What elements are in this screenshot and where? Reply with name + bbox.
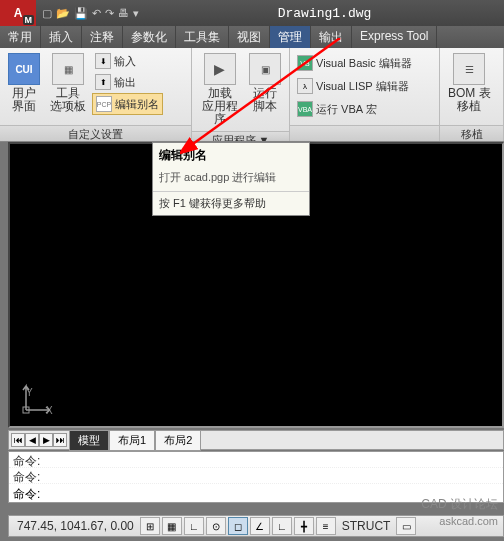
vb-editor-button[interactable]: VB Visual Basic 编辑器 (294, 53, 415, 73)
tooltip-title: 编辑别名 (153, 143, 309, 168)
layout-tab-model[interactable]: 模型 (69, 430, 109, 451)
editalias-label: 编辑别名 (115, 97, 159, 112)
cmd-history-2: 命令: (9, 468, 503, 484)
tools-label-1: 工具 (56, 86, 80, 100)
run-label-1: 运行 (253, 86, 277, 100)
tab-insert[interactable]: 插入 (41, 26, 82, 48)
coordinates[interactable]: 747.45, 1041.67, 0.00 (13, 519, 138, 533)
tool-palettes-button[interactable]: ▦ 工具选项板 (46, 51, 90, 115)
ribbon: CUI 用户界面 ▦ 工具选项板 ⬇ 输入 ⬆ 输出 PCP 编辑别名 (0, 48, 504, 142)
document-title: Drawing1.dwg (145, 6, 504, 21)
panel-applications: ▶ 加载应用程序 ▣ 运行脚本 应用程序 ▼ (192, 48, 290, 141)
grid-button[interactable]: ▦ (162, 517, 182, 535)
watermark-1: CAD 设计论坛 (421, 496, 498, 513)
tools-label-2: 选项板 (50, 99, 86, 113)
struct-label[interactable]: STRUCT (338, 519, 395, 533)
panel-migrate-title: 移植 (440, 125, 503, 141)
bom-label-1: BOM 表 (448, 86, 491, 100)
cmd-history-1: 命令: (9, 452, 503, 468)
open-icon[interactable]: 📂 (56, 7, 70, 20)
bom-label-2: 移植 (457, 99, 481, 113)
cmd-prompt: 命令: (13, 487, 40, 501)
panel-vba: VB Visual Basic 编辑器 λ Visual LISP 编辑器 VB… (290, 48, 440, 141)
palette-icon: ▦ (52, 53, 84, 85)
vlisp-label: Visual LISP 编辑器 (316, 79, 409, 94)
tooltip: 编辑别名 打开 acad.pgp 进行编辑 按 F1 键获得更多帮助 (152, 142, 310, 216)
vb-label: Visual Basic 编辑器 (316, 56, 412, 71)
quick-access-toolbar: ▢ 📂 💾 ↶ ↷ 🖶 ▾ (36, 7, 145, 20)
tooltip-help: 按 F1 键获得更多帮助 (153, 191, 309, 215)
tab-express[interactable]: Express Tool (352, 26, 437, 48)
layout-first-icon[interactable]: ⏮ (11, 433, 25, 447)
panel-migrate: ☰ BOM 表移植 移植 (440, 48, 504, 141)
import-label: 输入 (114, 54, 136, 69)
tab-annotate[interactable]: 注释 (82, 26, 123, 48)
undo-icon[interactable]: ↶ (92, 7, 101, 20)
script-icon: ▣ (249, 53, 281, 85)
lwt-button[interactable]: ≡ (316, 517, 336, 535)
tab-parametric[interactable]: 参数化 (123, 26, 176, 48)
vlisp-icon: λ (297, 78, 313, 94)
qat-dropdown-icon[interactable]: ▾ (133, 7, 139, 20)
load-label-1: 加载 (208, 86, 232, 100)
redo-icon[interactable]: ↷ (105, 7, 114, 20)
new-icon[interactable]: ▢ (42, 7, 52, 20)
ducs-button[interactable]: ∟ (272, 517, 292, 535)
load-label-2: 应用程序 (202, 99, 238, 126)
layout-last-icon[interactable]: ⏭ (53, 433, 67, 447)
import-button[interactable]: ⬇ 输入 (92, 51, 163, 71)
status-bar: 747.45, 1041.67, 0.00 ⊞ ▦ ∟ ⊙ ◻ ∠ ∟ ╋ ≡ … (8, 515, 504, 537)
layout-prev-icon[interactable]: ◀ (25, 433, 39, 447)
import-icon: ⬇ (95, 53, 111, 69)
run-label-2: 脚本 (253, 99, 277, 113)
cui-icon: CUI (8, 53, 40, 85)
tooltip-description: 打开 acad.pgp 进行编辑 (153, 168, 309, 191)
save-icon[interactable]: 💾 (74, 7, 88, 20)
tab-home[interactable]: 常用 (0, 26, 41, 48)
tab-tools[interactable]: 工具集 (176, 26, 229, 48)
load-app-button[interactable]: ▶ 加载应用程序 (196, 51, 243, 128)
app-menu-button[interactable]: A M (0, 0, 36, 26)
vb-icon: VB (297, 55, 313, 71)
layout-tabs: ⏮ ◀ ▶ ⏭ 模型 布局1 布局2 (8, 430, 504, 450)
otrack-button[interactable]: ∠ (250, 517, 270, 535)
layout-next-icon[interactable]: ▶ (39, 433, 53, 447)
bom-migrate-button[interactable]: ☰ BOM 表移植 (444, 51, 495, 115)
panel-customize-title: 自定义设置 (0, 125, 191, 141)
panel-apps-title[interactable]: 应用程序 ▼ (192, 131, 289, 141)
watermark-2: askcad.com (439, 515, 498, 527)
vlisp-editor-button[interactable]: λ Visual LISP 编辑器 (294, 76, 415, 96)
layout-tab-layout1[interactable]: 布局1 (109, 430, 155, 451)
layout-tab-layout2[interactable]: 布局2 (155, 430, 201, 451)
export-icon: ⬆ (95, 74, 111, 90)
ribbon-tabs: 常用 插入 注释 参数化 工具集 视图 管理 输出 Express Tool (0, 26, 504, 48)
tab-manage[interactable]: 管理 (270, 26, 311, 48)
ui-label-2: 界面 (12, 99, 36, 113)
app-logo-letter: A (14, 6, 23, 20)
run-vba-button[interactable]: VBA 运行 VBA 宏 (294, 99, 415, 119)
user-interface-button[interactable]: CUI 用户界面 (4, 51, 44, 115)
vba-run-icon: VBA (297, 101, 313, 117)
app-logo-sub: M (23, 15, 35, 25)
export-label: 输出 (114, 75, 136, 90)
export-button[interactable]: ⬆ 输出 (92, 72, 163, 92)
ortho-button[interactable]: ∟ (184, 517, 204, 535)
load-icon: ▶ (204, 53, 236, 85)
run-script-button[interactable]: ▣ 运行脚本 (245, 51, 285, 115)
tab-output[interactable]: 输出 (311, 26, 352, 48)
tab-view[interactable]: 视图 (229, 26, 270, 48)
title-bar: A M ▢ 📂 💾 ↶ ↷ 🖶 ▾ Drawing1.dwg (0, 0, 504, 26)
dyn-button[interactable]: ╋ (294, 517, 314, 535)
bom-icon: ☰ (453, 53, 485, 85)
osnap-button[interactable]: ◻ (228, 517, 248, 535)
edit-aliases-button[interactable]: PCP 编辑别名 (92, 93, 163, 115)
ui-label-1: 用户 (12, 86, 36, 100)
snap-button[interactable]: ⊞ (140, 517, 160, 535)
panel-customize: CUI 用户界面 ▦ 工具选项板 ⬇ 输入 ⬆ 输出 PCP 编辑别名 (0, 48, 192, 141)
polar-button[interactable]: ⊙ (206, 517, 226, 535)
model-button[interactable]: ▭ (396, 517, 416, 535)
pcp-icon: PCP (96, 96, 112, 112)
panel-vba-title (290, 125, 439, 141)
print-icon[interactable]: 🖶 (118, 7, 129, 20)
vba-label: 运行 VBA 宏 (316, 102, 377, 117)
